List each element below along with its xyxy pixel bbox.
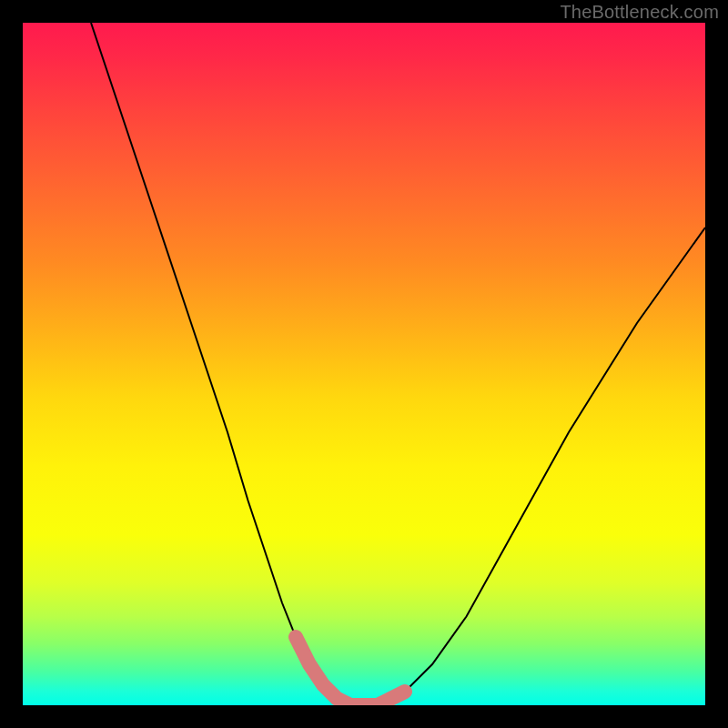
highlight-segment: [296, 637, 405, 705]
plot-area: [23, 23, 705, 705]
bottleneck-curve: [91, 23, 705, 705]
watermark: TheBottleneck.com: [560, 2, 719, 23]
curve-layer: [23, 23, 705, 705]
chart-frame: TheBottleneck.com: [0, 0, 728, 728]
